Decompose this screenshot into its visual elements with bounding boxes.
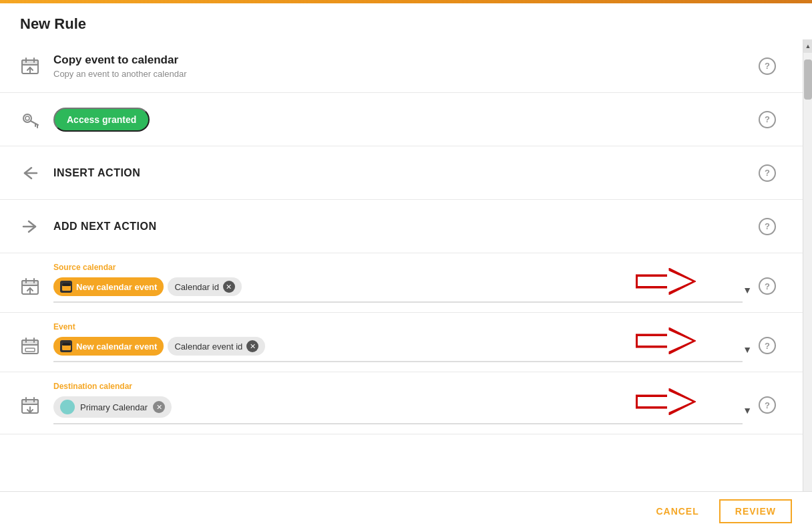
source-calendar-gray-token[interactable]: Calendar id ✕ [168, 277, 242, 296]
svg-rect-12 [22, 281, 38, 285]
cal-plus-icon [60, 281, 72, 293]
event-row: Event New cal [0, 313, 803, 372]
event-remove-btn[interactable]: ✕ [246, 340, 258, 352]
svg-rect-25 [25, 348, 35, 352]
add-next-action-content: ADD NEXT ACTION [47, 221, 752, 233]
svg-marker-31 [638, 329, 692, 352]
insert-action-help-icon[interactable]: ? [759, 164, 776, 182]
access-content: Access granted [47, 108, 752, 132]
source-calendar-help-icon[interactable]: ? [759, 277, 776, 295]
teal-dot-icon [60, 400, 75, 414]
source-calendar-icon [13, 277, 47, 296]
svg-marker-20 [638, 270, 692, 293]
event-gray-label: Calendar event id [174, 342, 242, 352]
event-cal-plus-icon [60, 340, 72, 352]
event-orange-token[interactable]: New calendar event [53, 337, 164, 356]
source-calendar-dropdown-arrow[interactable]: ▼ [743, 285, 752, 295]
calendar-upload-icon [13, 57, 47, 76]
scrollbar-thumb[interactable] [804, 59, 812, 100]
access-help-icon[interactable]: ? [759, 111, 776, 128]
insert-action-row[interactable]: INSERT ACTION ? [0, 146, 803, 200]
cancel-button[interactable]: CANCEL [656, 506, 698, 517]
destination-calendar-help-icon[interactable]: ? [759, 396, 776, 414]
red-arrow-event [636, 327, 696, 357]
event-calendar-icon [13, 337, 47, 356]
svg-rect-33 [22, 400, 38, 404]
svg-marker-37 [638, 390, 692, 413]
destination-remove-btn[interactable]: ✕ [153, 401, 165, 413]
footer-bar: CANCEL REVIEW [0, 491, 812, 530]
page-title: New Rule [0, 3, 812, 39]
add-next-action-help-icon[interactable]: ? [759, 218, 776, 235]
insert-action-content: INSERT ACTION [47, 167, 752, 179]
source-calendar-remove-btn[interactable]: ✕ [223, 281, 235, 293]
copy-event-help-icon[interactable]: ? [759, 57, 776, 75]
main-content: Copy event to calendar Copy an event to … [0, 39, 812, 527]
scrollbar[interactable]: ▲ ▼ [803, 39, 812, 527]
red-arrow-source [636, 268, 696, 297]
source-calendar-row: Source calendar [0, 253, 803, 313]
destination-teal-label: Primary Calendar [80, 402, 148, 412]
event-orange-label: New calendar event [76, 342, 157, 352]
svg-line-6 [31, 121, 38, 125]
svg-rect-16 [62, 283, 71, 286]
svg-point-5 [25, 116, 29, 120]
svg-rect-27 [62, 343, 71, 346]
add-next-action-label: ADD NEXT ACTION [53, 221, 752, 233]
copy-event-content: Copy event to calendar Copy an event to … [47, 53, 752, 79]
event-help-icon[interactable]: ? [759, 337, 776, 354]
destination-dropdown-arrow[interactable]: ▼ [743, 405, 752, 416]
event-dropdown-arrow[interactable]: ▼ [743, 344, 752, 355]
add-next-action-row[interactable]: ADD NEXT ACTION ? [0, 200, 803, 253]
access-row: Access granted ? [0, 93, 803, 146]
copy-event-title: Copy event to calendar [53, 53, 752, 67]
svg-rect-22 [22, 340, 38, 345]
source-calendar-orange-token[interactable]: New calendar event [53, 277, 164, 296]
event-gray-token[interactable]: Calendar event id ✕ [168, 337, 265, 356]
source-calendar-gray-label: Calendar id [174, 282, 219, 292]
scroll-up-arrow[interactable]: ▲ [803, 39, 812, 53]
copy-event-subtitle: Copy an event to another calendar [53, 69, 752, 79]
destination-teal-token[interactable]: Primary Calendar ✕ [53, 396, 172, 418]
access-granted-badge[interactable]: Access granted [53, 108, 150, 132]
destination-calendar-row: Destination calendar Primary Calendar ✕ … [0, 372, 803, 434]
source-calendar-orange-label: New calendar event [76, 282, 157, 292]
insert-action-label: INSERT ACTION [53, 167, 752, 179]
copy-event-row: Copy event to calendar Copy an event to … [0, 39, 803, 93]
arrow-right-icon [13, 219, 47, 235]
scrollable-area[interactable]: Copy event to calendar Copy an event to … [0, 39, 803, 527]
svg-rect-1 [22, 60, 38, 65]
key-icon [13, 110, 47, 129]
review-button[interactable]: REVIEW [719, 499, 792, 523]
destination-calendar-icon [13, 396, 47, 415]
red-arrow-destination [636, 388, 696, 418]
arrow-left-icon [13, 165, 47, 181]
